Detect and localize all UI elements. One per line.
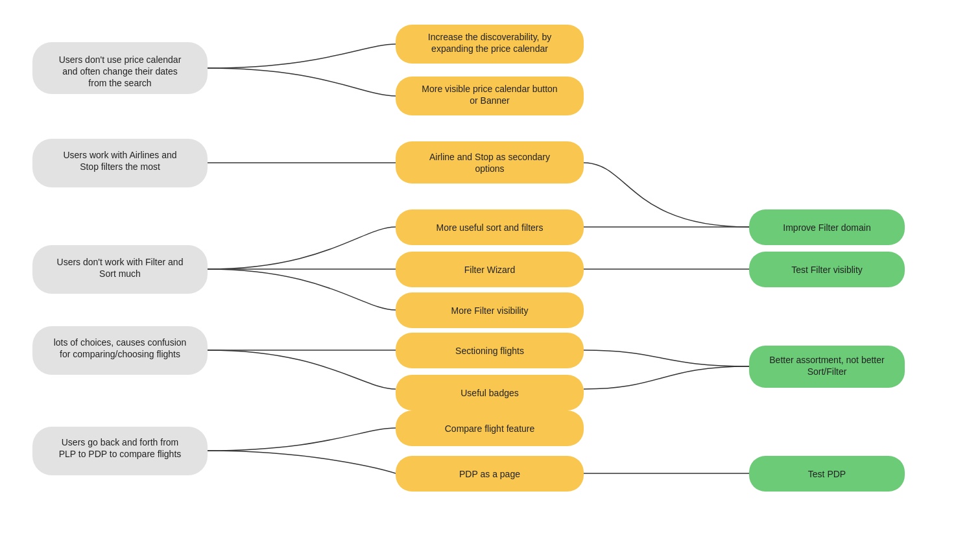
node-r1-text: Improve Filter domain <box>783 222 870 233</box>
diagram: Users don't use price calendarand often … <box>0 0 980 546</box>
node-r4-text: Test PDP <box>808 469 846 479</box>
node-r2-text: Test Filter visiblity <box>791 265 863 275</box>
node-m4b-text: Useful badges <box>460 388 519 398</box>
node-m4a-text: Sectioning flights <box>455 346 524 356</box>
node-m2 <box>396 141 584 184</box>
node-m3a-text: More useful sort and filters <box>436 222 544 233</box>
node-m5b-text: PDP as a page <box>459 469 520 479</box>
node-m5a-text: Compare flight feature <box>445 423 535 434</box>
node-m3b-text: Filter Wizard <box>464 265 516 275</box>
node-m3c-text: More Filter visibility <box>451 305 528 316</box>
